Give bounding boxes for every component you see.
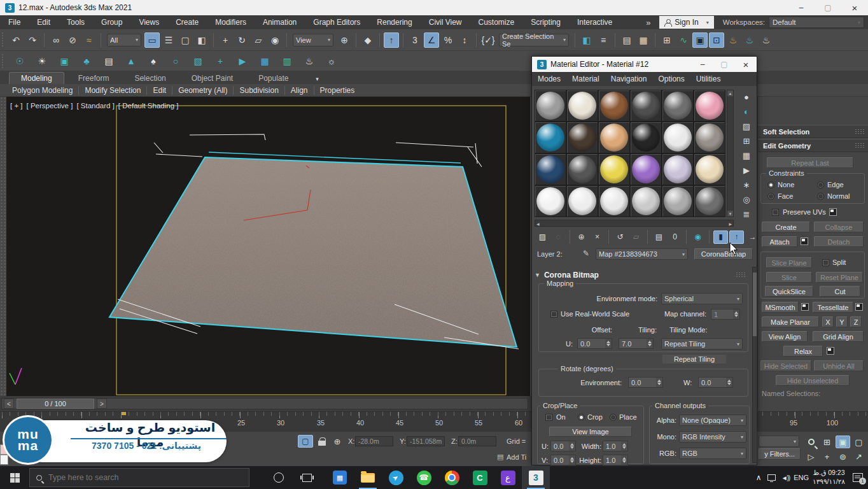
- tessellate-settings-icon[interactable]: [855, 303, 863, 311]
- viewport-menu-general[interactable]: [ + ]: [10, 102, 23, 110]
- menu-graph-editors[interactable]: Graph Editors: [305, 15, 368, 29]
- environment-mode-dropdown[interactable]: Spherical▾: [661, 293, 743, 304]
- scroll-up-icon[interactable]: ▲: [727, 90, 733, 96]
- backlight-icon[interactable]: ◐: [739, 104, 753, 118]
- pan-view-icon[interactable]: +: [820, 450, 834, 463]
- zoom-extents-selected-icon[interactable]: ▣: [836, 436, 850, 448]
- material-editor-title-bar[interactable]: 3 Material Editor - Material #12 – ▢ ×: [532, 57, 757, 72]
- redo-icon[interactable]: ↷: [25, 32, 40, 48]
- add-time-tag[interactable]: Add Ti: [507, 453, 526, 461]
- ribbon-subtab-polygon-modeling[interactable]: Polygon Modeling: [6, 86, 78, 95]
- preserve-uvs-checkbox[interactable]: [772, 209, 779, 216]
- material-swatch[interactable]: [662, 153, 694, 185]
- menu-group[interactable]: Group: [93, 15, 130, 29]
- crop-v-spinner[interactable]: 0.0: [550, 455, 576, 465]
- maximize-button[interactable]: ▢: [713, 57, 735, 72]
- show-map-in-viewport-icon[interactable]: ◉: [690, 230, 705, 244]
- percent-snap-icon[interactable]: %: [440, 32, 456, 48]
- material-swatch[interactable]: [694, 90, 725, 122]
- zoom-region-icon[interactable]: ▢: [851, 436, 866, 448]
- perspective-viewport[interactable]: [ + ] [ Perspective ] [ Standard ] [ Def…: [6, 97, 530, 396]
- real-world-scale-checkbox[interactable]: [550, 311, 557, 318]
- start-button[interactable]: [0, 466, 29, 489]
- make-unique-icon[interactable]: ▱: [629, 230, 643, 244]
- material-swatch[interactable]: [630, 90, 662, 122]
- material-editor-options-icon[interactable]: ∗: [739, 178, 753, 192]
- viewport-menu-shading[interactable]: [ Default Shading ]: [118, 102, 179, 110]
- time-slider-handle[interactable]: 0 / 100: [17, 399, 94, 409]
- undo-icon[interactable]: ↶: [8, 32, 24, 48]
- rectangular-selection-region-icon[interactable]: ▢: [178, 32, 193, 48]
- tessellate-button[interactable]: Tessellate: [813, 302, 853, 313]
- collapse-button[interactable]: Collapse: [814, 222, 864, 232]
- selection-lock-icon[interactable]: [318, 437, 326, 446]
- put-to-library-icon[interactable]: ▤: [652, 230, 666, 244]
- menu-create[interactable]: Create: [167, 15, 207, 29]
- render-setup-icon[interactable]: ⊡: [709, 32, 724, 48]
- attach-button[interactable]: Attach: [762, 236, 797, 247]
- toggle-layer-explorer-icon[interactable]: ▦: [636, 32, 651, 48]
- previous-frame-button[interactable]: <: [4, 399, 14, 409]
- map-type-button[interactable]: CoronaBitmap: [694, 248, 753, 260]
- parameters-scrollbar[interactable]: [752, 267, 757, 463]
- material-swatch[interactable]: [694, 153, 725, 185]
- u-tiling-spinner[interactable]: 7.0: [619, 338, 654, 349]
- zoom-icon[interactable]: [804, 436, 818, 448]
- constraint-radio-normal[interactable]: [817, 193, 824, 200]
- material-swatch[interactable]: [598, 153, 630, 185]
- toggle-scene-explorer-icon[interactable]: ▤: [619, 32, 634, 48]
- v-tiling-mode-dropdown[interactable]: Repeat Tiling: [662, 355, 726, 364]
- close-button[interactable]: ×: [841, 0, 868, 15]
- show-end-result-icon[interactable]: ▮: [713, 230, 728, 244]
- detach-button[interactable]: Detach: [814, 236, 864, 247]
- ribbon-subtab-modify-selection[interactable]: Modify Selection: [79, 86, 146, 95]
- workspace-dropdown[interactable]: Default ▾: [769, 17, 864, 28]
- menu-civil-view[interactable]: Civil View: [421, 15, 470, 29]
- minimize-button[interactable]: –: [692, 57, 713, 72]
- camera-add-icon[interactable]: ▦: [257, 53, 272, 69]
- rollout-corona-bitmap[interactable]: ▼ Corona Bitmap: [535, 269, 750, 280]
- orbit-icon[interactable]: ⊚: [836, 450, 850, 463]
- material-swatch[interactable]: [694, 185, 725, 217]
- ribbon-subtab-geometry-all-[interactable]: Geometry (All): [172, 86, 233, 95]
- msmooth-settings-icon[interactable]: [801, 303, 809, 311]
- me-menu-material[interactable]: Material: [566, 74, 605, 83]
- compass-icon[interactable]: +: [213, 53, 228, 69]
- next-frame-button[interactable]: >: [97, 399, 107, 409]
- maximize-viewport-toggle-icon[interactable]: ↗: [851, 450, 866, 463]
- ribbon-tab-populate[interactable]: Populate: [247, 73, 300, 84]
- calculator-icon[interactable]: ▦: [326, 466, 354, 489]
- select-by-material-icon[interactable]: ◎: [739, 192, 753, 206]
- render-production-icon[interactable]: ♨: [742, 32, 757, 48]
- use-pivot-point-center-icon[interactable]: ⊕: [337, 32, 352, 48]
- reference-coordinate-system-dropdown[interactable]: View▾: [293, 34, 333, 46]
- angle-snap-icon[interactable]: ∠: [424, 32, 439, 48]
- relax-button[interactable]: Relax: [783, 346, 823, 357]
- unhide-all-button[interactable]: Unhide All: [814, 360, 864, 371]
- material-swatch[interactable]: [598, 185, 630, 217]
- crop-radio[interactable]: [578, 414, 585, 421]
- alpha-dropdown[interactable]: None (Opaque)▾: [679, 415, 746, 426]
- go-forward-sibling-icon[interactable]: →: [745, 230, 760, 244]
- crop-height-spinner[interactable]: 1.0: [603, 455, 628, 465]
- menu-customize[interactable]: Customize: [470, 15, 523, 29]
- menu-file[interactable]: File: [0, 15, 29, 29]
- y-coordinate-field[interactable]: -151.058m: [407, 436, 445, 446]
- swatch-hscrollbar[interactable]: ◀ ▶: [535, 220, 734, 227]
- ribbon-subtab-properties[interactable]: Properties: [314, 86, 361, 95]
- animation-key-dropdown[interactable]: ▾: [759, 436, 799, 447]
- teapot-icon[interactable]: ♨: [302, 53, 317, 69]
- material-swatch[interactable]: [630, 185, 662, 217]
- crop-u-spinner[interactable]: 0.0: [550, 441, 576, 451]
- material-swatch[interactable]: [566, 90, 598, 122]
- maximize-button[interactable]: ▢: [815, 0, 841, 15]
- place-radio[interactable]: [610, 414, 617, 421]
- assign-material-to-selection-icon[interactable]: ⊕: [574, 230, 589, 244]
- whatsapp-icon[interactable]: ☎: [410, 466, 438, 489]
- scroll-right-icon[interactable]: ▶: [729, 222, 732, 226]
- ribbon-subtab-edit[interactable]: Edit: [147, 86, 172, 95]
- volume-icon[interactable]: ◄)): [781, 474, 790, 481]
- bind-to-space-warp-icon[interactable]: ≈: [81, 32, 97, 48]
- menu-interactive[interactable]: Interactive: [569, 15, 620, 29]
- selection-filter-dropdown[interactable]: All▾: [107, 34, 141, 46]
